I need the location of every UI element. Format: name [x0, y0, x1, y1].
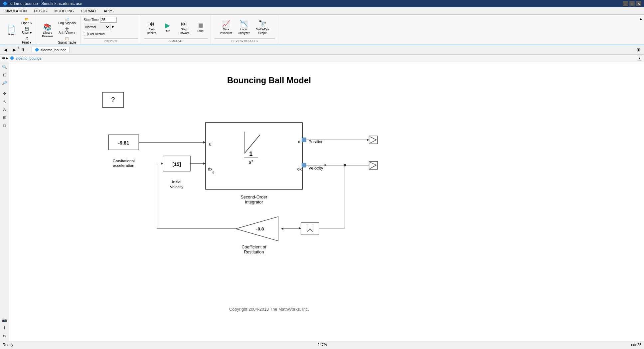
- signal-table-button[interactable]: 📋 Signal Table: [57, 36, 77, 45]
- pan-button[interactable]: ✥: [1, 90, 8, 97]
- open-icon: 📂: [25, 17, 29, 21]
- add-viewer-icon: ➕: [65, 27, 69, 31]
- title-bar-controls[interactable]: ─ □ ✕: [623, 1, 641, 6]
- print-icon: 🖨: [25, 37, 28, 40]
- expand-button[interactable]: ≫: [1, 332, 8, 340]
- step-forward-icon: ⏭: [181, 20, 187, 27]
- sim-mode-select[interactable]: Normal Accelerator Rapid Accelerator: [84, 24, 110, 30]
- ribbon-content: 📄 New 📂 Open ▾ 💾 Save ▾ 🖨 Print ▾: [0, 15, 644, 45]
- logic-analyzer-icon: 📉: [240, 20, 248, 27]
- menu-apps[interactable]: APPS: [100, 8, 117, 14]
- save-label: Save ▾: [22, 31, 32, 35]
- log-signals-button[interactable]: 📊 Log Signals: [57, 17, 77, 26]
- fast-restart-row: Fast Restart: [84, 32, 138, 36]
- menu-debug[interactable]: DEBUG: [31, 8, 50, 14]
- canvas-area[interactable]: Bouncing Ball Model ? -9.81 Gravitationa…: [9, 62, 644, 341]
- data-inspector-button[interactable]: 📈 DataInspector: [218, 19, 235, 37]
- path-expand-button[interactable]: ▾: [637, 56, 642, 61]
- initial-vel-label-1: Initial: [172, 179, 181, 184]
- ribbon-group-simulate: ⏮ StepBack ▾ ▶ Run ⏭ StepForward ⏹ Stop …: [142, 15, 211, 44]
- init-vel-arrow: [203, 162, 205, 165]
- select-button[interactable]: ↖: [1, 98, 8, 105]
- step-back-icon: ⏮: [148, 20, 155, 27]
- up-button[interactable]: ⬆: [19, 46, 27, 54]
- menu-format[interactable]: FORMAT: [78, 8, 100, 14]
- new-icon: 📄: [7, 25, 16, 32]
- integrator-formula-top: 1: [249, 151, 252, 157]
- minimize-button[interactable]: ─: [623, 1, 628, 6]
- add-viewer-button[interactable]: ➕ Add Viewer: [57, 26, 77, 35]
- position-arrow: [367, 139, 369, 141]
- review-group-label: REVIEW RESULTS: [214, 38, 275, 43]
- grid-view-button[interactable]: ⊞: [635, 46, 642, 54]
- model-title: Bouncing Ball Model: [227, 76, 311, 85]
- library-browser-button[interactable]: 📚 LibraryBrowser: [40, 22, 55, 40]
- step-back-label: StepBack ▾: [147, 28, 156, 35]
- restitution-label-1: Coefficient of: [242, 244, 266, 249]
- zoom-fit-button[interactable]: ⊡: [1, 71, 8, 79]
- toolbar: ◀ ▶ ⬆ 🔷 sldemo_bounce ⊞: [0, 45, 644, 55]
- back-button[interactable]: ◀: [2, 46, 9, 54]
- logic-analyzer-button[interactable]: 📉 LogicAnalyzer: [236, 19, 252, 37]
- window-title: sldemo_bounce - Simulink academic use: [10, 1, 82, 6]
- screenshot-button[interactable]: 📷: [1, 316, 8, 324]
- menu-bar: SIMULATION DEBUG MODELING FORMAT APPS: [0, 7, 644, 15]
- menu-modeling[interactable]: MODELING: [51, 8, 78, 14]
- stop-time-input[interactable]: [100, 17, 117, 23]
- fast-restart-checkbox[interactable]: [84, 32, 88, 36]
- step-forward-button[interactable]: ⏭ StepForward: [176, 19, 192, 37]
- ribbon-collapse-button[interactable]: ▲: [639, 17, 643, 21]
- breadcrumb: 🔷 sldemo_bounce: [32, 47, 70, 53]
- main-area: 🔍 ⊡ 🔎 ✥ ↖ A ⊞ □ 📷 ℹ ≫ Bouncing Ball Mode…: [0, 62, 644, 341]
- integrator-block[interactable]: [206, 123, 302, 189]
- close-button[interactable]: ✕: [636, 1, 641, 6]
- simulate-buttons: ⏮ StepBack ▾ ▶ Run ⏭ StepForward ⏹ Stop: [144, 17, 208, 38]
- initial-vel-label-2: Velocity: [170, 184, 184, 189]
- velocity-output-port[interactable]: [302, 163, 306, 167]
- run-button[interactable]: ▶ Run: [160, 20, 175, 35]
- gravity-label-1: Gravitational: [113, 159, 135, 163]
- integrator-label-2: Integrator: [245, 199, 263, 204]
- open-button[interactable]: 📂 Open ▾: [20, 17, 33, 26]
- birds-eye-label: Bird's-EyeScope: [256, 28, 269, 35]
- info-button[interactable]: ℹ: [1, 324, 8, 332]
- library-buttons: 📚 LibraryBrowser 📊 Log Signals ➕ Add Vie…: [40, 17, 77, 45]
- sim-mode-dropdown[interactable]: ▾: [112, 25, 114, 29]
- status-center: 247%: [318, 343, 327, 347]
- feedback-arrow: [299, 227, 301, 229]
- stop-button[interactable]: ⏹ Stop: [193, 20, 208, 35]
- library-label: LibraryBrowser: [42, 31, 53, 38]
- zoom-out-button[interactable]: 🔎: [1, 79, 8, 87]
- library-icon: 📚: [43, 24, 52, 30]
- step-back-button[interactable]: ⏮ StepBack ▾: [144, 19, 159, 37]
- integrator-label-1: Second-Order: [241, 194, 267, 199]
- stop-time-label: Stop Time: [84, 18, 99, 22]
- area-button[interactable]: ⊞: [1, 114, 8, 121]
- signal-table-icon: 📋: [65, 37, 69, 40]
- restitution-label-2: Restitution: [244, 249, 264, 254]
- data-inspector-label: DataInspector: [220, 28, 232, 35]
- forward-button[interactable]: ▶: [11, 46, 18, 54]
- initial-vel-value: [15]: [172, 162, 181, 167]
- integrator-formula-bot: s²: [248, 159, 253, 165]
- integrator-port-dx0-sub: 0: [213, 171, 214, 174]
- zoom-in-button[interactable]: 🔍: [1, 63, 8, 71]
- birds-eye-button[interactable]: 🔭 Bird's-EyeScope: [253, 19, 272, 37]
- add-viewer-label: Add Viewer: [59, 31, 76, 35]
- annotation-button[interactable]: A: [1, 106, 8, 113]
- print-button[interactable]: 🖨 Print ▾: [20, 36, 33, 45]
- open-label: Open ▾: [21, 21, 32, 25]
- gravity-arrow: [203, 141, 205, 144]
- simulate-group-label: SIMULATE: [144, 38, 208, 43]
- new-button[interactable]: 📄 New: [4, 24, 19, 38]
- status-bar: Ready 247% ode23: [0, 341, 644, 348]
- path-model-name[interactable]: sldemo_bounce: [16, 56, 42, 60]
- fast-restart-label: Fast Restart: [88, 32, 105, 36]
- save-button[interactable]: 💾 Save ▾: [20, 26, 33, 35]
- status-left: Ready: [3, 343, 13, 347]
- maximize-button[interactable]: □: [629, 1, 635, 6]
- position-output-port[interactable]: [302, 138, 306, 142]
- connect-button[interactable]: □: [1, 122, 8, 129]
- breadcrumb-text[interactable]: sldemo_bounce: [41, 48, 67, 52]
- menu-simulation[interactable]: SIMULATION: [1, 8, 30, 14]
